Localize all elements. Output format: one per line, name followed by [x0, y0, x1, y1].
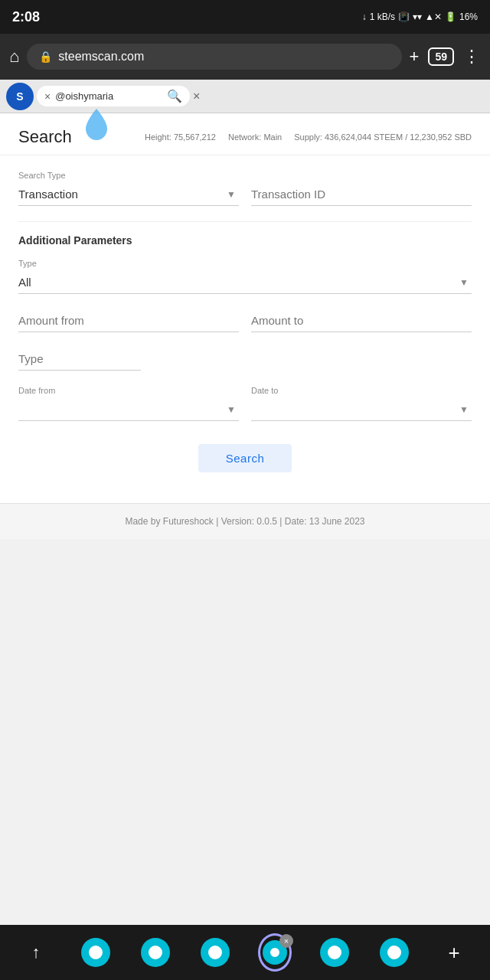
additional-params-title: Additional Parameters: [18, 234, 472, 247]
water-drop-decoration: [83, 107, 110, 141]
search-type-select[interactable]: Transaction Account Block: [18, 183, 239, 206]
signal-icon: ▲✕: [425, 11, 442, 22]
amount-from-field: [18, 309, 239, 332]
date-from-label: Date from: [18, 386, 239, 395]
type-select[interactable]: All Transfer Vote: [18, 271, 472, 294]
download-icon: ↓: [362, 11, 367, 22]
tab-item[interactable]: × @oishymaria 🔍: [37, 86, 190, 106]
tab-bar-close[interactable]: ×: [193, 90, 200, 103]
search-form: Search Type Transaction Account Block ▼ …: [0, 155, 490, 503]
page-header: Search Height: 75,567,212 Network: Main …: [0, 113, 490, 155]
transaction-id-field: [251, 183, 472, 206]
search-button-container: Search: [18, 444, 472, 472]
type-input-group: [18, 348, 472, 371]
search-type-field: Search Type Transaction Account Block ▼: [18, 171, 239, 206]
home-icon[interactable]: ⌂: [9, 47, 19, 67]
url-bar[interactable]: 🔒 steemscan.com: [27, 44, 401, 70]
amount-to-input[interactable]: [251, 309, 472, 332]
battery-percent: 16%: [459, 11, 478, 22]
tab-count[interactable]: 59: [428, 47, 454, 66]
wifi-icon: ▾▾: [413, 11, 422, 22]
status-icons: ↓ 1 kB/s 📳 ▾▾ ▲✕ 🔋 16%: [362, 11, 478, 22]
date-to-label: Date to: [251, 386, 472, 395]
nav-app-2-icon[interactable]: [139, 936, 172, 969]
amount-from-input[interactable]: [18, 309, 239, 332]
transaction-id-input[interactable]: [251, 183, 472, 206]
battery-icon: 🔋: [445, 11, 456, 22]
nav-back-icon[interactable]: ↑: [19, 936, 53, 969]
browser-content: Search Height: 75,567,212 Network: Main …: [0, 113, 490, 539]
page-footer: Made by Futureshock | Version: 0.0.5 | D…: [0, 503, 490, 539]
search-type-row: Search Type Transaction Account Block ▼: [18, 171, 472, 206]
lock-icon: 🔒: [39, 51, 52, 63]
date-from-select[interactable]: [18, 398, 239, 421]
date-from-field: Date from ▼: [18, 386, 239, 421]
date-from-wrapper: ▼: [18, 398, 239, 421]
amount-to-field: [251, 309, 472, 332]
date-to-select[interactable]: [251, 398, 472, 421]
vibrate-icon: 📳: [398, 11, 410, 22]
date-to-field: Date to ▼: [251, 386, 472, 421]
browser-bar: ⌂ 🔒 steemscan.com + 59 ⋮: [0, 34, 490, 80]
nav-add-icon[interactable]: +: [437, 936, 471, 969]
browser-actions: + 59 ⋮: [410, 47, 481, 67]
additional-params: Additional Parameters Type All Transfer …: [18, 221, 472, 421]
tab-search-icon[interactable]: 🔍: [167, 89, 182, 103]
speed-indicator: 1 kB/s: [370, 11, 395, 22]
search-button[interactable]: Search: [198, 444, 292, 472]
url-text: steemscan.com: [58, 50, 144, 64]
nav-app-3-icon[interactable]: [198, 936, 232, 969]
tab-close-icon[interactable]: ×: [44, 90, 51, 103]
footer-text: Made by Futureshock | Version: 0.0.5 | D…: [125, 516, 364, 527]
add-tab-icon[interactable]: +: [410, 47, 420, 67]
nav-app-4-icon[interactable]: [318, 936, 351, 969]
tab-bar: S × @oishymaria 🔍 ×: [0, 80, 490, 113]
date-to-wrapper: ▼: [251, 398, 472, 421]
nav-app-active-icon[interactable]: ×: [258, 936, 292, 969]
tab-active-icon[interactable]: S: [6, 83, 34, 110]
close-badge[interactable]: ×: [279, 934, 293, 948]
status-bar: 2:08 ↓ 1 kB/s 📳 ▾▾ ▲✕ 🔋 16%: [0, 0, 490, 34]
type-input[interactable]: [18, 348, 141, 371]
search-type-wrapper: Transaction Account Block ▼: [18, 183, 239, 206]
type-select-wrapper: All Transfer Vote ▼: [18, 271, 472, 294]
type-group: Type All Transfer Vote ▼: [18, 259, 472, 294]
page-meta: Height: 75,567,212 Network: Main Supply:…: [145, 132, 472, 142]
network-info: Network: Main: [228, 132, 282, 142]
nav-app-5-icon[interactable]: [377, 936, 411, 969]
search-type-label: Search Type: [18, 171, 239, 180]
amount-row: [18, 309, 472, 332]
height-info: Height: 75,567,212: [145, 132, 216, 142]
browser-menu-icon[interactable]: ⋮: [463, 47, 481, 67]
gray-area: [0, 539, 490, 937]
type-label: Type: [18, 259, 472, 268]
page-title: Search: [18, 127, 72, 147]
date-row: Date from ▼ Date to ▼: [18, 386, 472, 421]
tab-title: @oishymaria: [55, 90, 113, 102]
nav-app-1-icon[interactable]: [79, 936, 113, 969]
supply-info: Supply: 436,624,044 STEEM / 12,230,952 S…: [294, 132, 472, 142]
bottom-nav[interactable]: ↑ × +: [0, 925, 490, 980]
status-time: 2:08: [12, 9, 40, 25]
